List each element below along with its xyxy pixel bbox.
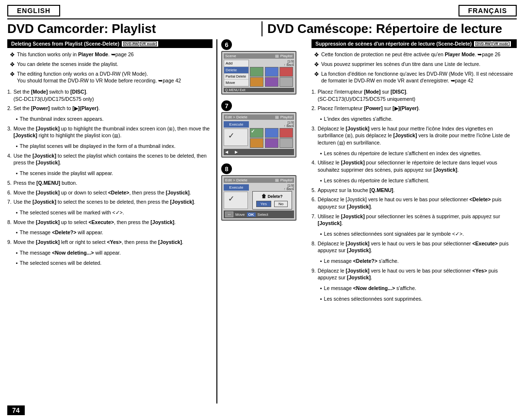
page: ENGLISH FRANÇAIS DVD Camcorder: Playlist…	[0, 0, 524, 420]
fr-step-5: 5. Appuyez sur la touche [Q.MENU].	[311, 187, 517, 194]
no-button[interactable]: No	[274, 201, 288, 207]
section-header-fr: Suppression de scènes d'un répertoire de…	[311, 39, 517, 48]
screens-col: 6 Scene ▤ Playlist Add Delete Partial De…	[221, 39, 304, 404]
screen-8-nav: ↔ Move OK Select	[224, 210, 294, 218]
move-label: Move	[235, 212, 245, 217]
title-en: DVD Camcorder: Playlist	[7, 21, 257, 36]
en-step-2-sub: ▪The thumbnail index screen appears.	[7, 114, 213, 123]
fr-bullets: ❖ Cette fonction de protection ne peut ê…	[311, 51, 517, 84]
screen-6-block: 6 Scene ▤ Playlist Add Delete Partial De…	[221, 39, 304, 95]
en-step-9-sub1: ▪The message <Now deleting...> will appe…	[7, 248, 213, 257]
en-bullet-1-text: This function works only in Player Mode.…	[17, 51, 134, 59]
fr-bullet-2: ❖ Vous pouvez supprimer les scènes d'un …	[314, 61, 517, 69]
dvd-badge-fr: DVD-RW VR mode	[474, 41, 510, 47]
thumb-8	[265, 128, 278, 138]
thumb-12	[279, 138, 293, 148]
ok-badge: OK	[247, 212, 256, 217]
fr-step-7: 7. Utilisez le [Joystick] pour sélection…	[311, 213, 517, 227]
footer: 74	[7, 405, 517, 415]
en-step-9-sub2: ▪The selected scenes will be deleted.	[7, 258, 213, 267]
fr-step-6: 6. Déplacez le [Joystick] vers le haut o…	[311, 196, 517, 210]
execute-btn: Execute	[224, 121, 249, 128]
thumb-6	[279, 77, 293, 87]
en-step-7: 7. Use the [Joystick] to select the scen…	[7, 198, 213, 206]
dialog-buttons: Yes No	[255, 201, 290, 207]
menu-delete: Delete	[224, 67, 248, 74]
thumb-3	[279, 67, 293, 77]
en-bullet-1: ❖ This function works only in Player Mod…	[10, 51, 213, 59]
en-bullets: ❖ This function works only in Player Mod…	[7, 51, 213, 84]
thumb-4	[250, 77, 263, 87]
screen-8-left: Execute ✓	[224, 184, 249, 210]
screen-8-num: 8	[221, 163, 232, 174]
fr-step-4: 4. Utilisez le [Joystick] pour sélection…	[311, 159, 517, 173]
screen-6-frame: Scene ▤ Playlist Add Delete Partial Dele…	[221, 51, 296, 95]
screen-8-block: 8 Edit > Delete ▤ Playlist Execute ✓	[221, 163, 304, 221]
screen-7-left: Execute ✓	[224, 121, 249, 148]
en-step-9: 9. Move the [Joystick] left or right to …	[7, 239, 213, 246]
screen-8-checkmark: ✓	[228, 194, 234, 203]
thumb-10	[250, 138, 263, 148]
screen-8-playlist: ▤ Playlist	[275, 178, 293, 182]
fr-bullet-3: ❖ La fonction d'édition ne fonctionne qu…	[314, 70, 517, 84]
screen-6-bottom: Q.MENU Exit	[224, 88, 294, 92]
vertical-divider	[262, 21, 262, 36]
fr-steps: 1. Placez l'interrupteur [Mode] sur [DIS…	[311, 88, 517, 303]
screen-8-topbar: Edit > Delete ▤ Playlist	[224, 178, 294, 183]
en-bullet-3: ❖ The editing function only works on a D…	[10, 70, 213, 84]
en-step-4: 4. Use the [Joystick] to select the play…	[7, 152, 213, 166]
francais-label: FRANÇAIS	[458, 5, 517, 16]
menu-add: Add	[224, 60, 248, 67]
screen-7-thumbs: [1/9] ↑ Back ✓	[250, 121, 294, 148]
menu-partial: Partial Delete	[224, 74, 248, 80]
fr-step-3-sub: ▪Les scènes du répertoire de lecture s'a…	[311, 149, 517, 157]
screen-8-check-area: ✓	[224, 192, 248, 209]
section-header-en-text: Deleting Scenes from Playlist (Scene-Del…	[11, 41, 119, 47]
fr-step-8: 8. Déplacez le [Joystick] vers le haut o…	[311, 240, 517, 254]
section-header-fr-text: Suppression de scènes d'un répertoire de…	[315, 41, 472, 47]
screen-6-playlist: ▤ Playlist	[275, 54, 293, 58]
fr-step-2-sub: ▪L'index des vignettes s'affiche.	[311, 114, 517, 123]
titles-row: DVD Camcorder: Playlist DVD Caméscope: R…	[7, 18, 517, 36]
fr-step-1: 1. Placez l'interrupteur [Mode] sur [DIS…	[311, 88, 517, 102]
screen-7-num: 7	[221, 100, 232, 111]
en-step-3: 3. Move the [Joystick] up to highlight t…	[7, 125, 213, 139]
yes-button[interactable]: Yes	[256, 201, 271, 207]
fr-step-7-sub: ▪Les scènes sélectionnées sont signalées…	[311, 229, 517, 238]
screen-6-grid	[250, 67, 294, 87]
fr-step-9-sub1: ▪Le message <Now deleting...> s'affiche.	[311, 284, 517, 292]
thumb-11	[265, 138, 278, 148]
screen-6-num: 6	[221, 39, 232, 50]
thumb-1	[250, 67, 263, 77]
screen-7-label: Edit > Delete	[225, 115, 247, 119]
screen-7-check-area: ✓	[224, 129, 248, 146]
fr-step-9: 9. Déplacez le [Joystick] vers le haut o…	[311, 267, 517, 281]
screen-8-label: Edit > Delete	[225, 178, 247, 182]
en-step-7-sub: ▪The selected scenes will be marked with…	[7, 208, 213, 216]
lang-header: ENGLISH FRANÇAIS	[7, 5, 517, 16]
fr-step-8-sub: ▪Le message <Delete?> s'affiche.	[311, 257, 517, 265]
page-number: 74	[7, 405, 25, 415]
bullet-sym-3: ❖	[10, 70, 15, 84]
en-bullet-2: ❖ You can delete the scenes inside the p…	[10, 61, 213, 69]
screen-6-thumbs: [1/9] ↑ Back	[250, 60, 294, 87]
en-step-2: 2. Set the [Power] switch to [▶](Player)…	[7, 105, 213, 112]
thumb-9	[279, 128, 293, 138]
en-bullet-2-text: You can delete the scenes inside the pla…	[17, 61, 118, 69]
en-step-1: 1. Set the [Mode] switch to [DISC].(SC-D…	[7, 88, 213, 102]
section-header-en: Deleting Scenes from Playlist (Scene-Del…	[7, 39, 213, 48]
en-step-6: 6. Move the [Joystick] up or down to sel…	[7, 189, 213, 196]
bullet-sym-2: ❖	[10, 61, 15, 69]
screen-7-block: 7 Edit > Delete ▤ Playlist Execute ✓	[221, 100, 304, 158]
check-mark: ✓	[228, 131, 234, 140]
en-bullet-3-text: The editing function only works on a DVD…	[17, 70, 181, 84]
screen-6-menu: Add Delete Partial Delete Move	[224, 60, 249, 87]
select-label: Select	[258, 212, 268, 217]
screen-6-scene: Scene	[225, 54, 236, 58]
menu-move: Move	[224, 80, 248, 86]
thumb-7: ✓	[250, 128, 263, 138]
screen-8-frame: Edit > Delete ▤ Playlist Execute ✓ [	[221, 175, 296, 221]
delete-dialog: 🗑 Delete? Yes No	[252, 191, 292, 210]
en-step-8: 8. Move the [Joystick] up to select <Exe…	[7, 219, 213, 226]
screen-7-playlist: ▤ Playlist	[275, 115, 293, 119]
